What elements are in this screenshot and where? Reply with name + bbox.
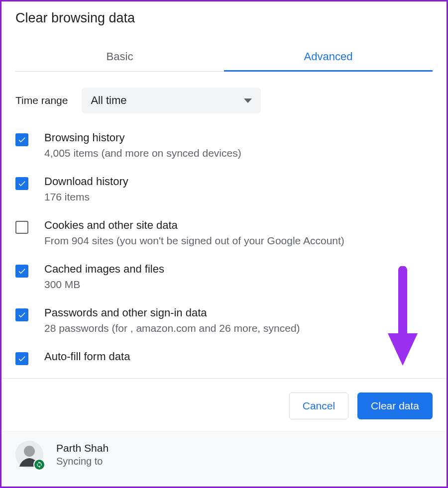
tab-basic[interactable]: Basic [15,43,224,71]
option-title: Auto-fill form data [44,350,130,363]
option-autofill: Auto-fill form data [15,350,433,365]
option-text: Browsing history 4,005 items (and more o… [44,131,241,159]
check-icon [17,354,26,363]
tab-label: Advanced [304,50,353,63]
checkbox-download-history[interactable] [15,177,28,190]
profile-section: Parth Shah Syncing to [1,431,447,487]
option-title: Passwords and other sign-in data [44,306,300,319]
option-title: Download history [44,175,128,188]
option-text: Cookies and other site data From 904 sit… [44,219,344,247]
option-text: Cached images and files 300 MB [44,263,164,291]
option-title: Browsing history [44,131,241,144]
svg-point-1 [24,446,35,457]
profile-name: Parth Shah [56,442,109,454]
button-label: Cancel [303,400,335,411]
dialog-title: Clear browsing data [15,10,433,26]
checkbox-cached[interactable] [15,265,28,278]
option-title: Cookies and other site data [44,219,344,232]
profile-text: Parth Shah Syncing to [56,442,109,467]
option-subtitle: From 904 sites (you won't be signed out … [44,235,344,247]
options-list: Browsing history 4,005 items (and more o… [15,131,433,365]
checkbox-autofill[interactable] [15,352,28,365]
time-range-label: Time range [15,95,68,106]
option-passwords: Passwords and other sign-in data 28 pass… [15,306,433,334]
check-icon [17,179,26,188]
option-title: Cached images and files [44,263,164,276]
dialog-header: Clear browsing data Basic Advanced [1,1,447,72]
time-range-value: All time [91,94,126,107]
clear-browsing-data-dialog: Clear browsing data Basic Advanced Time … [1,1,447,487]
option-subtitle: 4,005 items (and more on synced devices) [44,147,241,159]
tab-advanced[interactable]: Advanced [224,43,433,71]
check-icon [17,267,26,276]
button-label: Clear data [371,400,419,411]
checkbox-passwords[interactable] [15,308,28,321]
clear-data-button[interactable]: Clear data [357,392,433,419]
tabs: Basic Advanced [15,43,433,72]
option-browsing-history: Browsing history 4,005 items (and more o… [15,131,433,159]
check-icon [17,310,26,319]
option-cookies: Cookies and other site data From 904 sit… [15,219,433,247]
option-text: Auto-fill form data [44,350,130,363]
option-subtitle: 300 MB [44,279,164,291]
time-range-select[interactable]: All time [82,88,261,113]
option-subtitle: 176 items [44,191,128,203]
sync-icon [36,461,43,468]
option-text: Passwords and other sign-in data 28 pass… [44,306,300,334]
chevron-down-icon [244,98,252,103]
dialog-footer: Cancel Clear data [1,378,447,431]
checkbox-browsing-history[interactable] [15,133,28,146]
option-subtitle: 28 passwords (for , amazon.com and 26 mo… [44,322,300,334]
tab-label: Basic [107,50,133,63]
time-range-row: Time range All time [15,88,433,113]
sync-badge-icon [33,459,45,471]
option-text: Download history 176 items [44,175,128,203]
avatar [15,441,43,469]
dialog-body: Time range All time Browsing history 4,0… [1,72,447,378]
option-download-history: Download history 176 items [15,175,433,203]
option-cached: Cached images and files 300 MB [15,263,433,291]
profile-status: Syncing to [56,456,109,467]
checkbox-cookies[interactable] [15,221,28,234]
check-icon [17,135,26,144]
cancel-button[interactable]: Cancel [289,392,348,419]
